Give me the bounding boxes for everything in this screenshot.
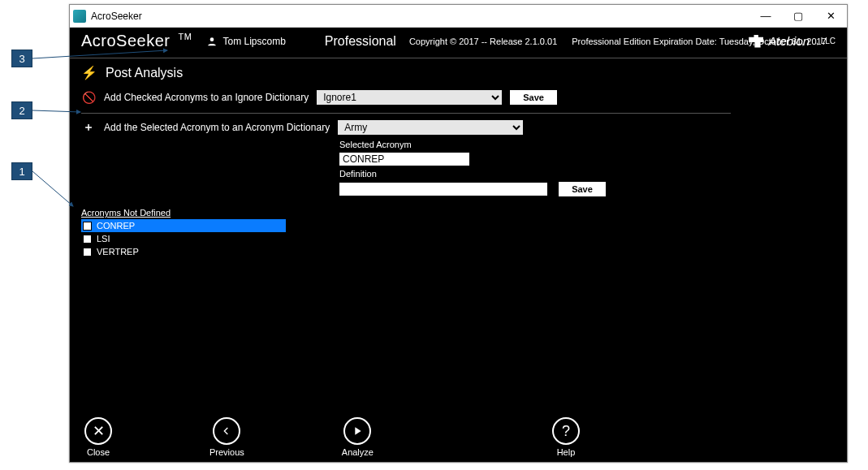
svg-line-2: [32, 171, 73, 206]
analyze-label: Analyze: [342, 447, 374, 457]
play-icon: [343, 417, 371, 445]
list-item[interactable]: VERTREP: [81, 245, 286, 258]
list-item-checkbox[interactable]: [83, 235, 92, 244]
list-item-checkbox[interactable]: [83, 222, 92, 231]
list-item-label: VERTREP: [97, 247, 139, 257]
app-header: AcroSeeker TM Tom Lipscomb Professional …: [70, 28, 847, 58]
callout-1: 1: [11, 162, 32, 180]
window-title: AcroSeeker: [91, 11, 142, 22]
app-name-text: AcroSeeker: [81, 32, 171, 50]
brand: Atebion, LLC: [749, 34, 836, 48]
section-title: Post Analysis: [106, 66, 183, 80]
user-chip: Tom Lipscomb: [206, 36, 285, 47]
divider: [81, 113, 731, 114]
ignore-dictionary-select[interactable]: Ignore1: [317, 90, 502, 105]
close-label: Close: [87, 447, 110, 457]
trademark: TM: [179, 32, 192, 41]
titlebar: AcroSeeker — ▢ ✕: [70, 5, 847, 28]
minimize-button[interactable]: —: [749, 5, 782, 28]
list-item-label: CONREP: [97, 221, 135, 231]
bottom-nav: ✕ Close Previous Analyze ? Help: [70, 417, 847, 457]
bolt-icon: ⚡: [81, 65, 97, 80]
puzzle-icon: [749, 35, 763, 48]
selected-acronym-input[interactable]: [339, 153, 469, 166]
analyze-button[interactable]: Analyze: [342, 417, 374, 457]
user-icon: [206, 36, 218, 47]
callout-3: 3: [11, 50, 32, 67]
acronym-dict-label: Add the Selected Acronym to an Acronym D…: [104, 122, 330, 133]
brand-name: Atebion: [768, 34, 810, 48]
close-icon: ✕: [84, 417, 112, 445]
copyright-text: Copyright © 2017 -- Release 2.1.0.01: [409, 37, 557, 46]
save-definition-button[interactable]: Save: [559, 182, 606, 196]
definition-input[interactable]: [339, 183, 547, 196]
edition-label: Professional: [325, 34, 396, 49]
app-name: AcroSeeker TM: [81, 32, 192, 50]
app-window: AcroSeeker — ▢ ✕ AcroSeeker TM Tom Lipsc…: [69, 4, 848, 463]
acronyms-not-defined-list: Acronyms Not Defined CONREP LSI VERTREP: [81, 208, 286, 258]
close-button[interactable]: ✕ Close: [84, 417, 112, 457]
close-window-button[interactable]: ✕: [814, 5, 847, 28]
definition-label: Definition: [339, 169, 551, 179]
list-item[interactable]: LSI: [81, 232, 286, 245]
previous-label: Previous: [209, 447, 244, 457]
save-ignore-button[interactable]: Save: [510, 90, 557, 105]
previous-button[interactable]: Previous: [209, 417, 244, 457]
plus-icon: ＋: [81, 120, 96, 135]
list-item[interactable]: CONREP: [81, 219, 286, 232]
section-header: ⚡ Post Analysis: [81, 65, 836, 80]
brand-suffix: , LLC: [816, 37, 836, 45]
list-item-checkbox[interactable]: [83, 248, 92, 257]
maximize-button[interactable]: ▢: [782, 5, 814, 28]
help-button[interactable]: ? Help: [552, 417, 580, 457]
help-label: Help: [557, 447, 576, 457]
selected-acronym-label: Selected Acronym: [339, 140, 551, 149]
callout-2: 2: [11, 101, 32, 119]
list-item-label: LSI: [97, 234, 110, 244]
acronym-dictionary-select[interactable]: Army: [338, 120, 523, 135]
question-icon: ?: [552, 417, 580, 445]
ignore-label: Add Checked Acronyms to an Ignore Dictio…: [104, 92, 309, 103]
ban-icon: 🚫: [81, 91, 96, 104]
arrow-left-icon: [213, 417, 240, 445]
user-name: Tom Lipscomb: [222, 36, 285, 47]
ignore-row: 🚫 Add Checked Acronyms to an Ignore Dict…: [81, 87, 836, 108]
svg-point-3: [210, 37, 214, 41]
acronyms-list-header: Acronyms Not Defined: [81, 208, 286, 218]
acronym-dict-row: ＋ Add the Selected Acronym to an Acronym…: [81, 117, 836, 138]
app-icon: [73, 10, 86, 23]
